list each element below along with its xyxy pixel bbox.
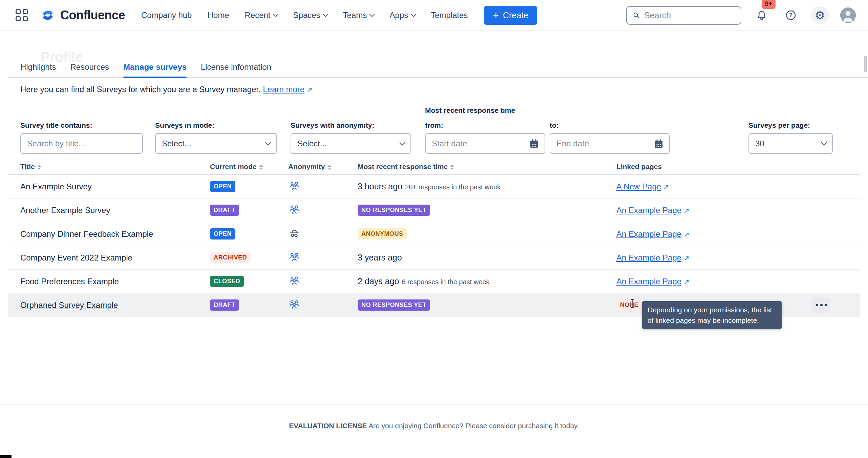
calendar-icon[interactable] bbox=[528, 138, 540, 149]
external-link-icon: ↗ bbox=[683, 278, 690, 286]
title-cell: An Example Survey bbox=[20, 182, 210, 191]
mode-badge: OPEN bbox=[210, 228, 235, 240]
column-header-current-mode[interactable]: Current mode bbox=[210, 163, 284, 171]
profile-avatar[interactable] bbox=[840, 7, 856, 23]
column-header-title[interactable]: Title bbox=[20, 163, 210, 171]
end-date-field[interactable] bbox=[550, 133, 670, 154]
nav-item-recent[interactable]: Recent bbox=[245, 11, 277, 20]
external-link-icon: ↗ bbox=[663, 183, 669, 191]
title-search-field[interactable] bbox=[20, 133, 143, 154]
start-date-input[interactable] bbox=[432, 139, 538, 148]
settings-button[interactable]: ⚙ bbox=[811, 6, 829, 24]
nav-item-spaces[interactable]: Spaces bbox=[293, 11, 327, 20]
license-message: Are you enjoying Confluence? Please cons… bbox=[368, 422, 579, 430]
survey-table-body: An Example SurveyOPEN 3 hours ago20+ res… bbox=[8, 175, 860, 317]
linked-page-link[interactable]: An Example Page bbox=[616, 277, 681, 286]
confluence-logo[interactable]: Confluence bbox=[40, 7, 125, 23]
tab-license-information[interactable]: License information bbox=[201, 60, 271, 77]
linked-page-link[interactable]: An Example Page bbox=[616, 206, 681, 215]
mode-select[interactable]: Select... bbox=[155, 133, 277, 154]
sort-icon[interactable] bbox=[450, 165, 454, 170]
group-anonymity-icon bbox=[288, 181, 300, 191]
sort-icon[interactable] bbox=[259, 165, 263, 170]
search-box[interactable] bbox=[626, 6, 741, 25]
nav-item-apps[interactable]: Apps bbox=[389, 11, 415, 20]
survey-title-link[interactable]: Food Preferences Example bbox=[20, 277, 119, 286]
response-cell: 3 years ago bbox=[358, 253, 616, 263]
anonymity-cell bbox=[284, 181, 358, 193]
nav-item-label: Spaces bbox=[293, 11, 320, 20]
create-button-label: Create bbox=[503, 11, 528, 20]
linked-page-label: A New Page bbox=[616, 182, 661, 191]
row-actions-button[interactable] bbox=[812, 297, 830, 313]
create-button[interactable]: + Create bbox=[484, 6, 537, 25]
title-search-input[interactable] bbox=[27, 139, 136, 148]
anonymity-select[interactable]: Select... bbox=[291, 133, 411, 154]
bottom-corner-artifact bbox=[0, 455, 12, 458]
incognito-anonymity-icon bbox=[288, 228, 300, 239]
tab-highlights[interactable]: Highlights bbox=[20, 60, 56, 77]
anonymity-cell bbox=[284, 299, 358, 311]
nav-item-label: Teams bbox=[343, 11, 367, 20]
sort-desc-icon bbox=[328, 168, 331, 170]
group-anonymity-icon bbox=[288, 252, 300, 263]
nav-item-templates[interactable]: Templates bbox=[431, 11, 468, 20]
survey-title-link[interactable]: Another Example Survey bbox=[20, 206, 110, 215]
nav-item-label: Apps bbox=[389, 11, 408, 20]
survey-title-link[interactable]: Company Event 2022 Example bbox=[20, 253, 132, 262]
linked-pages-cell: A New Page↗ bbox=[616, 182, 809, 191]
sort-icon[interactable] bbox=[38, 165, 41, 170]
survey-title-link[interactable]: Company Dinner Feedback Example bbox=[20, 229, 153, 238]
sort-desc-icon bbox=[450, 168, 454, 170]
sort-desc-icon bbox=[38, 168, 41, 170]
search-input[interactable] bbox=[644, 11, 735, 20]
external-link-icon: ↗ bbox=[683, 207, 690, 215]
calendar-icon[interactable] bbox=[653, 138, 664, 149]
linked-page-link[interactable]: An Example Page bbox=[616, 253, 681, 262]
filter-per-page: Surveys per page: 30 bbox=[748, 121, 833, 154]
survey-title-link[interactable]: Orphaned Survey Example bbox=[20, 300, 118, 310]
table-header-row: TitleCurrent modeAnonymityMost recent re… bbox=[8, 163, 860, 175]
learn-more-link[interactable]: Learn more bbox=[263, 85, 304, 94]
search-icon bbox=[632, 11, 640, 20]
notifications-button[interactable]: 9+ bbox=[753, 6, 770, 24]
start-date-field[interactable] bbox=[425, 133, 545, 154]
per-page-select[interactable]: 30 bbox=[748, 133, 833, 154]
external-link-icon: ↗ bbox=[306, 86, 313, 94]
mode-cell: OPEN bbox=[210, 181, 284, 192]
nav-item-company-hub[interactable]: Company hub bbox=[141, 11, 192, 20]
sort-desc-icon bbox=[259, 168, 263, 170]
mode-badge: CLOSED bbox=[210, 276, 244, 287]
title-cell: Company Event 2022 Example bbox=[20, 253, 210, 263]
nav-item-home[interactable]: Home bbox=[207, 11, 229, 20]
linked-page-link[interactable]: An Example Page bbox=[616, 229, 681, 238]
sort-icon[interactable] bbox=[328, 165, 331, 170]
gear-icon: ⚙ bbox=[815, 9, 825, 21]
end-date-input[interactable] bbox=[556, 139, 663, 148]
vertical-scrollbar-thumb[interactable] bbox=[864, 56, 867, 72]
column-header-label: Linked pages bbox=[616, 163, 662, 171]
notification-badge: 9+ bbox=[762, 0, 776, 9]
response-time-text: 2 days ago bbox=[358, 276, 399, 286]
help-button[interactable]: ? bbox=[782, 6, 800, 24]
recent-response-group-label: Most recent response time bbox=[425, 106, 670, 114]
survey-title-link[interactable]: An Example Survey bbox=[20, 182, 92, 191]
tab-resources[interactable]: Resources bbox=[70, 60, 109, 77]
license-label: EVALUATION LICENSE bbox=[289, 422, 367, 430]
column-header-most-recent-response-time[interactable]: Most recent response time bbox=[358, 163, 616, 171]
dot-icon bbox=[825, 304, 827, 306]
linked-page-label: An Example Page bbox=[616, 206, 681, 215]
filter-label: Survey title contains: bbox=[20, 121, 143, 129]
table-row: Another Example SurveyDRAFT NO RESPONSES… bbox=[8, 199, 860, 222]
nav-item-teams[interactable]: Teams bbox=[343, 11, 374, 20]
chevron-down-icon bbox=[266, 140, 271, 146]
filter-label: from: bbox=[425, 121, 545, 129]
column-header-anonymity[interactable]: Anonymity bbox=[284, 163, 358, 171]
anonymity-cell bbox=[284, 252, 358, 264]
linked-page-link[interactable]: A New Page bbox=[616, 182, 661, 191]
group-anonymity-icon bbox=[288, 204, 300, 215]
app-switcher-icon[interactable] bbox=[16, 9, 28, 21]
sort-asc-icon bbox=[328, 165, 331, 167]
tab-manage-surveys[interactable]: Manage surveys bbox=[123, 60, 187, 77]
nav-item-label: Templates bbox=[431, 11, 468, 20]
